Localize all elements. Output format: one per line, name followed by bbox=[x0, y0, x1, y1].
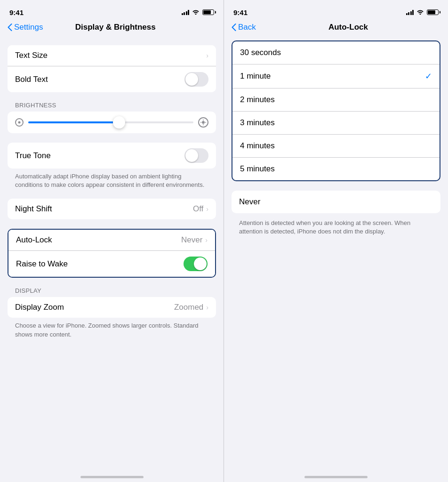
page-title-right: Auto-Lock bbox=[256, 23, 440, 32]
autolock-options-card: 30 seconds 1 minute ✓ 2 minutes 3 minute… bbox=[232, 40, 440, 181]
true-tone-section: True Tone Automatically adapt iPhone dis… bbox=[8, 143, 216, 189]
text-settings-card: Text Size › Bold Text bbox=[8, 45, 216, 92]
night-shift-chevron: › bbox=[206, 205, 208, 213]
status-icons-left bbox=[182, 9, 215, 16]
attention-footer: Attention is detected when you are looki… bbox=[224, 213, 448, 236]
nav-bar-right: Back Auto-Lock bbox=[224, 21, 448, 36]
autolock-option-label-0: 30 seconds bbox=[240, 48, 432, 57]
brightness-slider-row bbox=[15, 117, 208, 128]
autolock-option-0[interactable]: 30 seconds bbox=[232, 41, 440, 64]
night-shift-label: Night Shift bbox=[15, 204, 193, 214]
night-shift-row[interactable]: Night Shift Off › bbox=[8, 199, 216, 219]
right-content: 30 seconds 1 minute ✓ 2 minutes 3 minute… bbox=[224, 36, 448, 466]
autolock-label: Auto-Lock bbox=[16, 235, 181, 245]
brightness-label: BRIGHTNESS bbox=[8, 102, 216, 109]
time-left: 9:41 bbox=[9, 8, 24, 16]
display-zoom-chevron: › bbox=[206, 304, 208, 311]
autolock-option-1[interactable]: 1 minute ✓ bbox=[232, 64, 440, 88]
never-option-card: Never bbox=[232, 191, 440, 213]
checkmark-icon: ✓ bbox=[425, 71, 432, 81]
true-tone-label: True Tone bbox=[15, 151, 184, 161]
signal-icon-left bbox=[182, 9, 190, 15]
back-label-right: Back bbox=[238, 23, 256, 32]
brightness-max-icon bbox=[198, 117, 208, 128]
page-title-left: Display & Brightness bbox=[15, 23, 216, 32]
autolock-option-label-3: 3 minutes bbox=[240, 118, 432, 128]
autolock-option-3[interactable]: 3 minutes bbox=[232, 112, 440, 135]
night-shift-section: Night Shift Off › bbox=[8, 199, 216, 219]
brightness-section: BRIGHTNESS bbox=[8, 102, 216, 133]
battery-icon-right bbox=[427, 9, 439, 15]
text-settings-section: Text Size › Bold Text bbox=[8, 45, 216, 92]
display-zoom-section: DISPLAY Display Zoom Zoomed › Choose a v… bbox=[8, 287, 216, 338]
back-button-right[interactable]: Back bbox=[232, 23, 256, 32]
raise-to-wake-row[interactable]: Raise to Wake bbox=[8, 251, 215, 277]
display-zoom-value: Zoomed bbox=[174, 303, 203, 312]
autolock-chevron: › bbox=[205, 236, 208, 244]
never-option-row[interactable]: Never bbox=[232, 191, 440, 213]
wifi-icon-right bbox=[416, 9, 424, 16]
autolock-section: Auto-Lock Never › Raise to Wake bbox=[8, 229, 216, 278]
time-right: 9:41 bbox=[233, 8, 248, 16]
autolock-option-2[interactable]: 2 minutes bbox=[232, 88, 440, 112]
autolock-option-label-5: 5 minutes bbox=[240, 164, 432, 174]
right-screen: 9:41 Back Auto-Lock bbox=[224, 0, 448, 482]
text-size-chevron: › bbox=[206, 52, 208, 59]
night-shift-value: Off bbox=[193, 204, 203, 214]
autolock-option-label-1: 1 minute bbox=[240, 72, 425, 81]
left-content: Text Size › Bold Text BRIGHTNESS bbox=[0, 36, 224, 466]
home-indicator-left bbox=[0, 466, 224, 482]
autolock-value: Never bbox=[181, 235, 202, 245]
autolock-option-5[interactable]: 5 minutes bbox=[232, 158, 440, 180]
home-indicator-right bbox=[224, 466, 448, 482]
true-tone-toggle[interactable] bbox=[184, 148, 208, 163]
autolock-row[interactable]: Auto-Lock Never › bbox=[8, 230, 215, 251]
status-bar-left: 9:41 bbox=[0, 0, 224, 21]
wifi-icon-left bbox=[192, 9, 200, 16]
status-bar-right: 9:41 bbox=[224, 0, 448, 21]
bold-text-row[interactable]: Bold Text bbox=[8, 66, 216, 92]
bold-text-label: Bold Text bbox=[15, 75, 184, 84]
status-icons-right bbox=[406, 9, 439, 16]
autolock-option-label-4: 4 minutes bbox=[240, 141, 432, 151]
left-screen: 9:41 Settings Display & Brightness bbox=[0, 0, 224, 482]
display-zoom-row[interactable]: Display Zoom Zoomed › bbox=[8, 297, 216, 318]
night-shift-card: Night Shift Off › bbox=[8, 199, 216, 219]
brightness-card bbox=[8, 112, 216, 133]
autolock-option-label-2: 2 minutes bbox=[240, 95, 432, 104]
true-tone-footer: Automatically adapt iPhone display based… bbox=[8, 169, 216, 189]
nav-bar-left: Settings Display & Brightness bbox=[0, 21, 224, 36]
display-zoom-label: Display Zoom bbox=[15, 303, 174, 312]
never-option-label: Never bbox=[239, 197, 433, 207]
text-size-row[interactable]: Text Size › bbox=[8, 45, 216, 66]
svg-point-1 bbox=[202, 121, 205, 124]
brightness-min-icon bbox=[15, 118, 24, 127]
text-size-label: Text Size bbox=[15, 51, 206, 60]
display-section-label: DISPLAY bbox=[8, 287, 216, 294]
battery-icon-left bbox=[202, 9, 214, 15]
autolock-options-list: 30 seconds 1 minute ✓ 2 minutes 3 minute… bbox=[232, 40, 440, 181]
signal-icon-right bbox=[406, 9, 414, 15]
display-zoom-card: Display Zoom Zoomed › bbox=[8, 297, 216, 318]
autolock-card: Auto-Lock Never › Raise to Wake bbox=[8, 229, 216, 278]
true-tone-card: True Tone bbox=[8, 143, 216, 169]
raise-to-wake-toggle[interactable] bbox=[184, 257, 208, 271]
autolock-option-4[interactable]: 4 minutes bbox=[232, 135, 440, 158]
display-zoom-footer: Choose a view for iPhone. Zoomed shows l… bbox=[8, 318, 216, 338]
true-tone-row[interactable]: True Tone bbox=[8, 143, 216, 169]
brightness-slider-track[interactable] bbox=[28, 121, 193, 123]
raise-to-wake-label: Raise to Wake bbox=[16, 259, 184, 269]
bold-text-toggle[interactable] bbox=[184, 72, 208, 87]
svg-point-0 bbox=[18, 121, 21, 124]
